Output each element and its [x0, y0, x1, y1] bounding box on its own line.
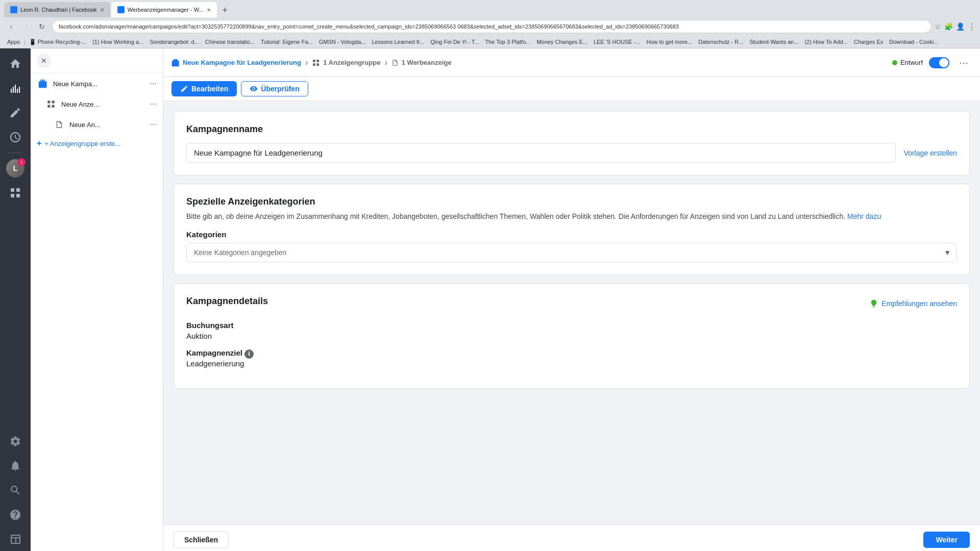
browser-chrome: Leon R. Chaudhari | Facebook ✕ Werbeanze…	[0, 0, 980, 48]
campaign-item-3-label: Neue An...	[69, 121, 146, 129]
edit-button[interactable]: Bearbeiten	[172, 81, 237, 96]
breadcrumb-sep-2: ›	[384, 58, 387, 67]
browser-tab-active[interactable]: Werbeanzeigenmanager - W... ✕	[111, 2, 217, 17]
campaign-item-3-icon	[53, 118, 65, 131]
sidebar-icon-settings[interactable]	[4, 430, 27, 453]
url-text: facebook.com/adsmanager/manage/campaigns…	[59, 23, 679, 30]
tab1-close[interactable]: ✕	[100, 7, 104, 13]
bookmark-15[interactable]: (2) How To Add...	[802, 38, 850, 45]
top-nav: Neue Kampagne für Leadgenerierung › 1 An…	[163, 48, 980, 77]
kampagnen-details-card: Kampagnendetails Empfehlungen ansehen Bu…	[174, 283, 970, 389]
status-indicator: Entwurf	[892, 59, 923, 66]
url-bar[interactable]: facebook.com/adsmanager/manage/campaigns…	[52, 20, 932, 33]
mehr-link[interactable]: Mehr dazu	[847, 212, 881, 220]
bookmark-10[interactable]: Money Changes E...	[534, 38, 590, 45]
browser-tab-inactive[interactable]: Leon R. Chaudhari | Facebook ✕	[4, 2, 110, 17]
extension-icon1[interactable]: 🧩	[944, 22, 953, 31]
kampagnen-details-title: Kampagnendetails	[186, 296, 268, 307]
campaign-item-1-menu[interactable]: ···	[150, 79, 157, 88]
bookmark-16[interactable]: Charges Ex	[851, 38, 886, 45]
campaign-name-input[interactable]	[186, 143, 896, 163]
bookmark-2[interactable]: (1) How Working a...	[90, 38, 146, 45]
main-content: Neue Kampagne für Leadgenerierung › 1 An…	[163, 48, 980, 551]
campaign-item-2-icon	[45, 98, 57, 110]
bookmark-6[interactable]: GMSN - Vologda...	[316, 38, 369, 45]
campaign-name-input-row: Vorlage erstellen	[186, 143, 957, 163]
campaign-item-3[interactable]: Neue An... ···	[31, 114, 163, 135]
tab1-title: Leon R. Chaudhari | Facebook	[20, 7, 97, 13]
sidebar-icon-grid[interactable]	[4, 182, 27, 204]
sidebar-icon-bell[interactable]	[4, 455, 27, 477]
campaign-item-1[interactable]: Neue Kampa... ···	[31, 73, 163, 94]
sidebar-avatar[interactable]: L 1	[4, 157, 27, 180]
campaign-close-button[interactable]: ✕	[37, 54, 51, 68]
kampagnen-details-header: Kampagnendetails Empfehlungen ansehen	[186, 296, 957, 311]
new-tab-button[interactable]: +	[218, 3, 232, 17]
sidebar-icon-clock[interactable]	[4, 126, 27, 148]
campaign-sidebar: ✕ Neue Kampa... ··· Neue Anze... ··· Neu…	[31, 48, 163, 551]
notification-badge: 1	[17, 158, 26, 166]
status-label: Entwurf	[900, 59, 923, 66]
campaign-sidebar-header: ✕	[31, 48, 163, 73]
breadcrumb-ad[interactable]: 1 Werbeanzeige	[391, 59, 452, 66]
bookmark-7[interactable]: Lessons Learned fr...	[369, 38, 427, 45]
review-button[interactable]: Überprüfen	[241, 81, 308, 96]
breadcrumb-adset[interactable]: 1 Anzeigengruppe	[312, 59, 380, 67]
sidebar-icon-table[interactable]	[4, 528, 27, 550]
breadcrumb-sep-1: ›	[305, 58, 308, 67]
campaign-item-2[interactable]: Neue Anze... ···	[31, 94, 163, 114]
bookmark-11[interactable]: LEE 'S HOUSE -...	[591, 38, 643, 45]
sidebar-icon-search[interactable]	[4, 479, 27, 502]
breadcrumb: Neue Kampagne für Leadgenerierung › 1 An…	[172, 58, 452, 67]
bookmark-12[interactable]: How to get more...	[644, 38, 695, 45]
add-adset-button[interactable]: + + Anzeigengruppe erste...	[31, 135, 163, 152]
bookmark-icon[interactable]: ☆	[935, 22, 941, 31]
top-nav-right: Entwurf ⋯	[892, 55, 972, 71]
forward-button[interactable]: ›	[19, 19, 34, 34]
kategorien-select[interactable]: Keine Kategorien angegeben	[186, 243, 957, 262]
campaign-name-card: Kampagnenname Vorlage erstellen	[174, 111, 970, 176]
bookmark-apps[interactable]: Apps	[4, 38, 23, 45]
bookmark-5[interactable]: Tutorial: Eigene Fa...	[258, 38, 315, 45]
breadcrumb-campaign[interactable]: Neue Kampagne für Leadgenerierung	[172, 59, 301, 67]
toggle-switch[interactable]	[929, 57, 949, 68]
weiter-button[interactable]: Weiter	[923, 532, 970, 548]
bookmark-4[interactable]: Chinese translatio...	[203, 38, 257, 45]
bookmark-9[interactable]: The Top 3 Platfo...	[482, 38, 533, 45]
campaign-item-3-menu[interactable]: ···	[150, 120, 157, 129]
sidebar-icon-edit[interactable]	[4, 102, 27, 124]
bookmark-17[interactable]: Download - Cooki...	[887, 38, 941, 45]
tab2-title: Werbeanzeigenmanager - W...	[128, 7, 204, 13]
tab2-favicon	[117, 6, 125, 13]
empfehlungen-button[interactable]: Empfehlungen ansehen	[869, 299, 957, 308]
add-adset-label: + Anzeigengruppe erste...	[44, 140, 120, 147]
toggle-knob	[939, 58, 948, 67]
browser-menu[interactable]: ⋮	[968, 22, 976, 32]
bookmarks-bar: Apps | 📱 Phone Recycling-... (1) How Wor…	[0, 36, 980, 48]
reload-button[interactable]: ↻	[35, 19, 49, 34]
action-buttons-row: Bearbeiten Überprüfen	[163, 77, 980, 101]
special-categories-card: Spezielle Anzeigenkategorien Bitte gib a…	[174, 184, 970, 275]
bottom-bar: Schließen Weiter	[163, 524, 980, 551]
breadcrumb-ad-label: 1 Werbeanzeige	[402, 59, 452, 66]
buchungsart-value: Auktion	[186, 332, 957, 340]
form-scroll-area: Kampagnenname Vorlage erstellen Speziell…	[163, 101, 980, 524]
tab2-close[interactable]: ✕	[207, 7, 211, 13]
sidebar-icon-question[interactable]	[4, 504, 27, 526]
bookmark-13[interactable]: Datenschutz - R...	[696, 38, 746, 45]
bookmark-14[interactable]: Student Wants an...	[747, 38, 801, 45]
more-options-button[interactable]: ⋯	[955, 55, 972, 71]
back-button[interactable]: ‹	[4, 19, 18, 34]
close-button[interactable]: Schließen	[174, 531, 229, 548]
campaign-item-2-menu[interactable]: ···	[150, 99, 157, 109]
kategorien-label: Kategorien	[186, 230, 957, 239]
bookmark-1[interactable]: 📱 Phone Recycling-...	[27, 38, 89, 46]
kampagnenziel-info-icon[interactable]: ℹ	[244, 349, 254, 359]
sidebar-icon-chart[interactable]	[4, 77, 27, 99]
template-link[interactable]: Vorlage erstellen	[904, 149, 957, 157]
sidebar-icon-home[interactable]	[4, 53, 27, 75]
bookmark-8[interactable]: Qing Fei De Yi - T...	[428, 38, 481, 45]
review-button-label: Überprüfen	[261, 85, 299, 93]
bookmark-3[interactable]: Sonderangebot: d...	[147, 38, 202, 45]
profile-icon[interactable]: 👤	[956, 22, 965, 31]
